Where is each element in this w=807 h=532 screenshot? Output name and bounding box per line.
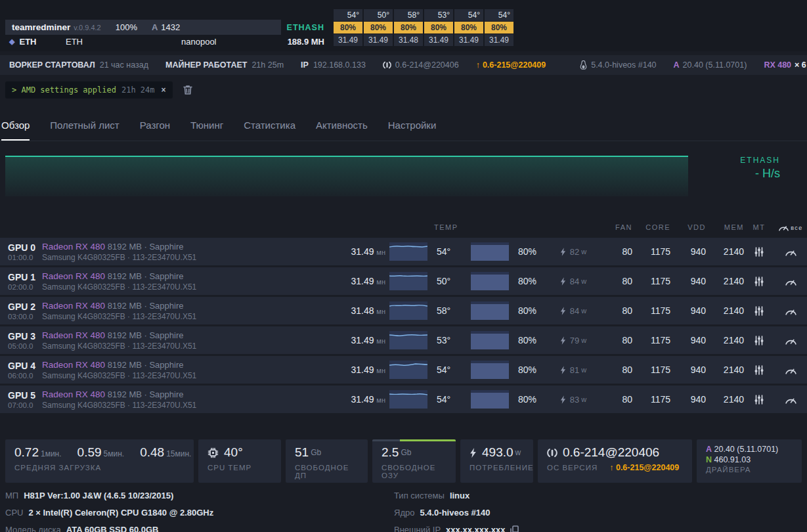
- gauge-icon[interactable]: [774, 395, 807, 404]
- tab-overclock[interactable]: Разгон: [140, 120, 170, 141]
- gpu-index: GPU 4: [8, 361, 42, 371]
- miner-version: v.0.9.4.2: [74, 24, 100, 32]
- col-temp: TEMP: [431, 223, 466, 231]
- hashrate-area-chart: [5, 156, 688, 196]
- tune-sliders-icon[interactable]: [744, 365, 774, 375]
- load-1min: 0.72: [14, 445, 39, 459]
- gauge-all-button[interactable]: все: [774, 223, 807, 231]
- gpu-power-unit: w: [581, 366, 586, 374]
- kernel-row: Ядро 5.4.0-hiveos #140: [394, 508, 519, 518]
- arrow-up-icon: ↑: [609, 463, 613, 472]
- copy-icon[interactable]: [510, 525, 519, 532]
- tune-sliders-icon[interactable]: [744, 395, 774, 405]
- gauge-all-label: все: [791, 225, 803, 231]
- coin-name: ETH: [19, 37, 36, 47]
- gpu-fan-cell: 80%: [485, 22, 513, 33]
- gpu-index: GPU 1: [8, 272, 42, 282]
- gpu-row[interactable]: GPU 5 07:00.0 Radeon RX 480 8192 MB · Sa…: [0, 386, 807, 413]
- gpu-mem-clock: 2140: [706, 276, 744, 286]
- gpu-model-name: Radeon RX 480: [42, 301, 105, 311]
- gpu-bus-id: 07:00.0: [8, 401, 42, 409]
- gpu-model-name: Radeon RX 480: [42, 271, 105, 281]
- disk-model-label: Модель диска: [5, 525, 61, 532]
- gpu-model-name: Radeon RX 480: [42, 360, 105, 370]
- external-ip-row: Внешний IP xxx.xx.xxx.xxx: [394, 525, 519, 532]
- os-upgrade-link[interactable]: ↑ 0.6-215@220409: [609, 463, 679, 472]
- power-draw-card: 493.0w ПОТРЕБЛЕНИЕ: [460, 439, 533, 483]
- gauge-icon[interactable]: [774, 277, 807, 286]
- nvidia-letter: N: [706, 455, 712, 464]
- hive-icon: [383, 60, 391, 70]
- gpu-fan-percent: 80%: [514, 305, 546, 316]
- gpu-fan-percent: 80%: [514, 246, 546, 257]
- gpu-power-unit: w: [581, 307, 586, 315]
- miner-running-value: 21h 25m: [251, 60, 284, 70]
- gpu-mem-clock: 2140: [706, 394, 744, 405]
- gpu-vdd: 940: [670, 305, 706, 316]
- worker-status-bar: ВОРКЕР СТАРТОВАЛ 21 час назад МАЙНЕР РАБ…: [0, 55, 807, 75]
- trash-icon[interactable]: [183, 85, 192, 95]
- gpu-hash-value: 31.49: [351, 365, 374, 375]
- miner-summary-bar[interactable]: teamredminer v.0.9.4.2 100% A 1432: [5, 20, 281, 35]
- console-message: > AMD settings applied: [12, 85, 116, 95]
- gpu-temp: 50°: [431, 276, 466, 286]
- tune-sliders-icon[interactable]: [744, 247, 774, 257]
- drivers-card: A 20.40 (5.11.0701) N 460.91.03 ДРАЙВЕРА: [697, 439, 802, 483]
- gpu-mem-detail: Samsung K4G80325FB · 113-2E3470U.X51: [42, 401, 320, 410]
- bolt-icon: [560, 395, 566, 404]
- hive-version-value: 0.6-214@220406: [395, 60, 459, 70]
- gpu-row[interactable]: GPU 0 01:00.0 Radeon RX 480 8192 MB · Sa…: [0, 238, 807, 265]
- external-ip-label: Внешний IP: [394, 525, 441, 532]
- hive-icon: [547, 447, 557, 458]
- amd-driver-value: 20.40 (5.11.0701): [683, 60, 747, 70]
- console-message-chip: > AMD settings applied 21h 24m ×: [5, 81, 173, 99]
- tab-statistics[interactable]: Статистика: [244, 120, 295, 141]
- kernel-value: 5.4.0-hiveos #140: [591, 60, 656, 70]
- bolt-icon: [469, 448, 477, 458]
- gauge-icon[interactable]: [774, 248, 807, 256]
- tab-settings[interactable]: Настройки: [388, 120, 437, 141]
- gpu-core-clock: 1175: [632, 246, 670, 257]
- pool-name: nanopool: [181, 37, 217, 47]
- gpu-power: 82w: [546, 247, 601, 257]
- driver-info: A 20.40 (5.11.0701): [674, 60, 747, 70]
- gpu-fan-percent: 80%: [514, 335, 546, 345]
- gauge-icon[interactable]: [774, 307, 807, 315]
- motherboard-label: МП: [5, 491, 18, 500]
- ram-usage-bar: [372, 439, 456, 441]
- gpu-core-clock: 1175: [632, 394, 670, 405]
- gpu-bus-id: 03:00.0: [8, 313, 42, 321]
- bolt-icon: [560, 336, 566, 345]
- ip-address: IP 192.168.0.133: [301, 60, 366, 70]
- external-ip-value: xxx.xx.xxx.xxx: [446, 525, 505, 532]
- gpu-temp: 54°: [431, 365, 466, 375]
- system-info: МП H81P Ver:1.00 J&W (4.6.5 10/23/2015) …: [5, 491, 802, 532]
- hive-upgrade-link[interactable]: ↑ 0.6-215@220409: [476, 60, 546, 70]
- tab-overview[interactable]: Обзор: [1, 120, 30, 141]
- gpu-fan-speed: 80: [601, 276, 632, 286]
- gpu-row[interactable]: GPU 3 05:00.0 Radeon RX 480 8192 MB · Sa…: [0, 326, 807, 354]
- gpu-fan-cell: 80%: [424, 22, 453, 33]
- tab-flight-sheet[interactable]: Полетный лист: [50, 120, 119, 141]
- gpu-power-value: 81: [570, 365, 579, 375]
- kernel-value: 5.4.0-hiveos #140: [420, 508, 490, 518]
- gpu-model-cell: Radeon RX 480 8192 MB · Sapphire Samsung…: [42, 330, 320, 351]
- close-icon[interactable]: ×: [162, 85, 166, 95]
- gauge-icon[interactable]: [774, 366, 807, 374]
- gpu-id: GPU 2 03:00.0: [0, 301, 42, 321]
- os-version-card: 0.6-214@220406 ОС ВЕРСИЯ ↑ 0.6-215@22040…: [538, 439, 692, 483]
- load-5min: 0.59: [77, 445, 102, 459]
- tune-sliders-icon[interactable]: [744, 277, 774, 286]
- tune-sliders-icon[interactable]: [744, 336, 774, 345]
- total-hashrate: 188.9 MH: [288, 37, 324, 47]
- gpu-row[interactable]: GPU 1 02:00.0 Radeon RX 480 8192 MB · Sa…: [0, 267, 807, 295]
- gpu-power-unit: w: [581, 336, 586, 344]
- tune-sliders-icon[interactable]: [744, 306, 774, 316]
- tab-activity[interactable]: Активность: [316, 120, 368, 141]
- tab-tuning[interactable]: Тюнинг: [190, 120, 223, 141]
- gauge-icon[interactable]: [774, 336, 807, 345]
- gpu-temp: 53°: [431, 335, 466, 345]
- gpu-temp-cell: 54°: [334, 9, 362, 21]
- gpu-row[interactable]: GPU 4 06:00.0 Radeon RX 480 8192 MB · Sa…: [0, 356, 807, 384]
- gpu-row[interactable]: GPU 2 03:00.0 Radeon RX 480 8192 MB · Sa…: [0, 297, 807, 324]
